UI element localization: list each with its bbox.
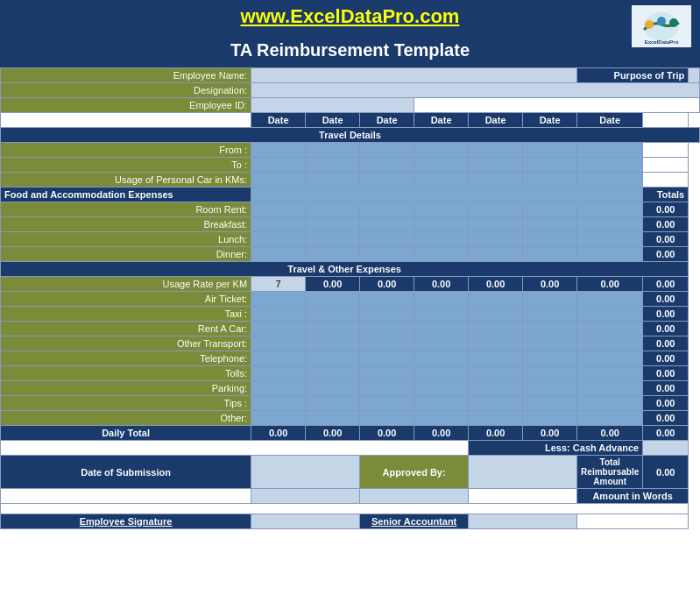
- less-cash-spacer: [1, 441, 469, 456]
- employee-name-row: Employee Name: Purpose of Trip: [1, 68, 700, 83]
- other-transport-row: Other Transport: 0.00: [1, 336, 700, 351]
- room-d5[interactable]: [469, 202, 523, 217]
- parking-label: Parking:: [1, 381, 251, 396]
- usage-rate-value[interactable]: 7: [251, 277, 306, 292]
- tips-row: Tips : 0.00: [1, 396, 700, 411]
- tolls-row: Tolls: 0.00: [1, 366, 700, 381]
- svg-point-3: [657, 17, 666, 25]
- car-d4[interactable]: [414, 173, 469, 188]
- room-d3[interactable]: [360, 202, 414, 217]
- other-total: 0.00: [643, 411, 689, 426]
- daily-total-6: 0.00: [523, 426, 577, 441]
- to-d5[interactable]: [469, 158, 523, 173]
- tips-total: 0.00: [643, 396, 689, 411]
- date-col-3: Date: [360, 113, 414, 128]
- designation-row: Designation:: [1, 83, 700, 98]
- sig-spacer: [577, 514, 689, 529]
- room-total: 0.00: [643, 202, 689, 217]
- travel-other-label: Travel & Other Expenses: [1, 262, 689, 277]
- date-submission-label: Date of Submission: [1, 456, 251, 489]
- daily-total-2: 0.00: [306, 426, 360, 441]
- room-d2[interactable]: [306, 202, 360, 217]
- usage-zero-7: 0.00: [643, 277, 689, 292]
- car-d3[interactable]: [360, 173, 414, 188]
- less-cash-value[interactable]: [643, 441, 689, 456]
- room-d6[interactable]: [523, 202, 577, 217]
- car-d7[interactable]: [577, 173, 643, 188]
- car-total-empty: [643, 173, 689, 188]
- empty-totals-header: [643, 113, 689, 128]
- date-col-2: Date: [306, 113, 360, 128]
- breakfast-row: Breakfast: 0.00: [1, 217, 700, 232]
- from-d4[interactable]: [414, 143, 469, 158]
- empty-cell: [414, 98, 700, 113]
- employee-id-label: Employee ID:: [1, 98, 251, 113]
- from-d2[interactable]: [306, 143, 360, 158]
- daily-total-row: Daily Total 0.00 0.00 0.00 0.00 0.00 0.0…: [1, 426, 700, 441]
- other-label: Other:: [1, 411, 251, 426]
- to-d1[interactable]: [251, 158, 306, 173]
- employee-name-value[interactable]: [251, 68, 577, 83]
- senior-accountant-value[interactable]: [469, 514, 577, 529]
- usage-zero-3: 0.00: [414, 277, 469, 292]
- travel-details-label: Travel Details: [1, 128, 700, 143]
- car-d6[interactable]: [523, 173, 577, 188]
- from-d5[interactable]: [469, 143, 523, 158]
- employee-signature-value[interactable]: [251, 514, 360, 529]
- designation-value[interactable]: [251, 83, 700, 98]
- usage-zero-2: 0.00: [360, 277, 414, 292]
- approved-by-label: Approved By:: [360, 456, 469, 489]
- daily-total-4: 0.00: [414, 426, 469, 441]
- to-d3[interactable]: [360, 158, 414, 173]
- room-d1[interactable]: [251, 202, 306, 217]
- room-d4[interactable]: [414, 202, 469, 217]
- to-label: To :: [1, 158, 251, 173]
- site-url-link[interactable]: www.ExcelDataPro.com: [241, 5, 460, 28]
- date-col-1: Date: [251, 113, 306, 128]
- travel-other-header: Travel & Other Expenses: [1, 262, 700, 277]
- other-transport-total: 0.00: [643, 336, 689, 351]
- to-d7[interactable]: [577, 158, 643, 173]
- purpose-trip-value[interactable]: [689, 68, 700, 83]
- employee-id-value[interactable]: [251, 98, 414, 113]
- car-d1[interactable]: [251, 173, 306, 188]
- to-d2[interactable]: [306, 158, 360, 173]
- approved-extra[interactable]: [360, 489, 469, 504]
- rent-car-label: Rent A Car:: [1, 322, 251, 336]
- designation-label: Designation:: [1, 83, 251, 98]
- from-total-empty: [643, 143, 689, 158]
- from-d7[interactable]: [577, 143, 643, 158]
- room-d7[interactable]: [577, 202, 643, 217]
- food-section-label: Food and Accommodation Expenses: [1, 188, 251, 202]
- less-cash-label: Less: Cash Advance: [469, 441, 643, 456]
- from-d3[interactable]: [360, 143, 414, 158]
- personal-car-label: Usage of Personal Car in KMs:: [1, 173, 251, 188]
- room-rent-row: Room Rent: 0.00: [1, 202, 700, 217]
- car-d2[interactable]: [306, 173, 360, 188]
- empty-corner: [1, 113, 251, 128]
- daily-total-7: 0.00: [577, 426, 643, 441]
- to-d6[interactable]: [523, 158, 577, 173]
- tolls-total: 0.00: [643, 366, 689, 381]
- to-d4[interactable]: [414, 158, 469, 173]
- employee-id-row: Employee ID:: [1, 98, 700, 113]
- telephone-total: 0.00: [643, 351, 689, 366]
- page-title: TA Reimbursement Template: [0, 33, 700, 67]
- personal-car-row: Usage of Personal Car in KMs:: [1, 173, 700, 188]
- date-header-row: Date Date Date Date Date Date Date: [1, 113, 700, 128]
- date-submission-value[interactable]: [251, 456, 360, 489]
- daily-total-1: 0.00: [251, 426, 306, 441]
- air-ticket-row: Air Ticket: 0.00: [1, 292, 700, 307]
- approved-by-value[interactable]: [469, 456, 577, 489]
- logo-box: ExcelDataPro: [630, 4, 693, 49]
- lunch-row: Lunch: 0.00: [1, 232, 700, 247]
- usage-zero-6: 0.00: [577, 277, 643, 292]
- rent-car-total: 0.00: [643, 322, 689, 336]
- taxi-label: Taxi :: [1, 307, 251, 322]
- date-submission-extra[interactable]: [251, 489, 360, 504]
- room-rent-label: Room Rent:: [1, 202, 251, 217]
- car-d5[interactable]: [469, 173, 523, 188]
- from-d6[interactable]: [523, 143, 577, 158]
- from-d1[interactable]: [251, 143, 306, 158]
- parking-row: Parking: 0.00: [1, 381, 700, 396]
